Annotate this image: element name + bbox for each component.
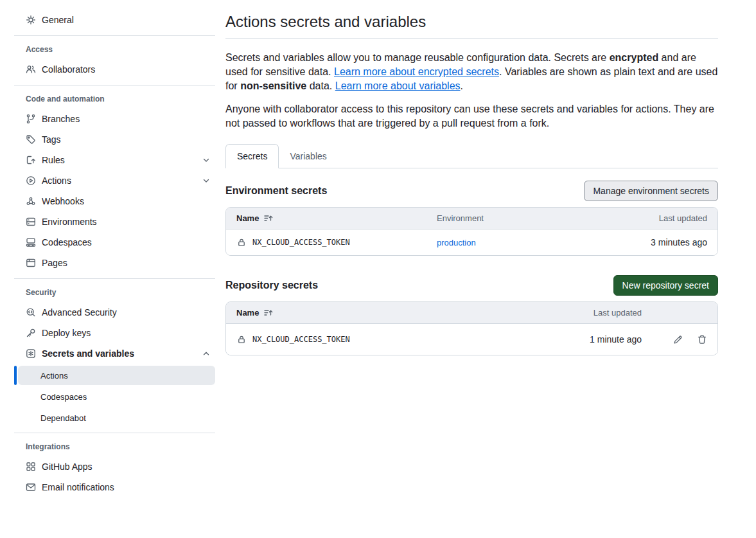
- chevron-up-icon: [201, 348, 211, 359]
- repository-secrets-table-header: Name Last updated: [226, 302, 717, 324]
- sort-ascending-icon: [263, 308, 274, 318]
- asterisk-box-icon: [26, 348, 36, 359]
- repository-secrets-header: Repository secrets New repository secret: [225, 275, 718, 296]
- browser-icon: [26, 258, 36, 268]
- sidebar-subitem-dependabot[interactable]: Dependabot: [18, 408, 215, 427]
- sidebar-subitem-label: Dependabot: [40, 413, 86, 423]
- lock-icon: [236, 238, 247, 247]
- sidebar-item-label: Tags: [42, 134, 61, 145]
- sidebar-item-deploy-keys[interactable]: Deploy keys: [14, 323, 215, 343]
- column-header-name[interactable]: Name: [236, 308, 557, 318]
- sidebar-item-github-apps[interactable]: GitHub Apps: [14, 456, 215, 477]
- intro-bold-non-sensitive: non-sensitive: [240, 80, 306, 91]
- sidebar-section-security: Security: [14, 284, 215, 302]
- webhook-icon: [26, 196, 36, 206]
- last-updated-cell: 3 minutes ago: [598, 237, 707, 247]
- column-header-label: Name: [236, 213, 259, 223]
- repository-secrets-table: Name Last updated NX_CLOUD_ACCESS_TOKEN …: [225, 301, 718, 355]
- sidebar-item-webhooks[interactable]: Webhooks: [14, 191, 215, 211]
- git-branch-icon: [26, 114, 36, 124]
- sidebar-subitem-label: Codespaces: [40, 392, 87, 402]
- environment-secrets-table: Name Environment Last updated NX_CLOUD_A…: [225, 207, 718, 256]
- main-content: Actions secrets and variables Secrets an…: [225, 0, 718, 355]
- sidebar-item-rules[interactable]: Rules: [14, 150, 215, 170]
- sidebar-subitem-codespaces[interactable]: Codespaces: [18, 387, 215, 406]
- tab-secrets[interactable]: Secrets: [225, 144, 279, 168]
- mail-icon: [26, 482, 36, 492]
- manage-environment-secrets-button[interactable]: Manage environment secrets: [584, 181, 718, 201]
- sidebar-item-label: Rules: [42, 155, 65, 165]
- intro-text: .: [461, 80, 463, 91]
- key-icon: [26, 328, 36, 338]
- sidebar-subitem-actions[interactable]: Actions: [18, 366, 215, 385]
- settings-page: General Access Collaborators Code and au…: [0, 0, 756, 538]
- edit-secret-button[interactable]: [673, 334, 683, 345]
- settings-sidebar: General Access Collaborators Code and au…: [14, 0, 215, 498]
- server-icon: [26, 217, 36, 227]
- sidebar-item-label: Branches: [42, 114, 80, 124]
- repository-secret-row: NX_CLOUD_ACCESS_TOKEN 1 minute ago: [226, 324, 717, 355]
- column-header-name[interactable]: Name: [236, 213, 429, 224]
- sidebar-section-code-automation: Code and automation: [14, 91, 215, 109]
- chevron-down-icon: [201, 175, 211, 186]
- column-header-label: Name: [236, 308, 259, 318]
- secret-name: NX_CLOUD_ACCESS_TOKEN: [252, 238, 350, 247]
- link-learn-encrypted-secrets[interactable]: Learn more about encrypted secrets: [334, 66, 499, 77]
- secret-name-cell: NX_CLOUD_ACCESS_TOKEN: [236, 238, 429, 247]
- row-actions: [649, 334, 707, 345]
- secret-name: NX_CLOUD_ACCESS_TOKEN: [252, 335, 350, 344]
- tag-icon: [26, 134, 36, 145]
- sidebar-item-label: Webhooks: [42, 196, 84, 206]
- play-icon: [26, 175, 36, 186]
- sidebar-item-label: Codespaces: [42, 237, 92, 247]
- sidebar-item-label: Environments: [42, 217, 97, 227]
- intro-paragraph-2: Anyone with collaborator access to this …: [225, 102, 718, 130]
- environment-secrets-heading: Environment secrets: [225, 185, 327, 197]
- sidebar-divider: [14, 35, 215, 36]
- environment-secrets-header: Environment secrets Manage environment s…: [225, 181, 718, 201]
- sort-ascending-icon: [263, 213, 274, 224]
- codespaces-icon: [26, 237, 36, 247]
- sidebar-item-environments[interactable]: Environments: [14, 211, 215, 232]
- environment-secrets-table-header: Name Environment Last updated: [226, 208, 717, 229]
- sidebar-item-branches[interactable]: Branches: [14, 109, 215, 129]
- sidebar-item-collaborators[interactable]: Collaborators: [14, 59, 215, 80]
- intro-paragraph-1: Secrets and variables allow you to manag…: [225, 51, 718, 93]
- sidebar-section-access: Access: [14, 41, 215, 59]
- sidebar-section-integrations: Integrations: [14, 438, 215, 456]
- sidebar-item-tags[interactable]: Tags: [14, 129, 215, 150]
- sidebar-item-pages[interactable]: Pages: [14, 253, 215, 273]
- column-header-last-updated: Last updated: [565, 308, 642, 318]
- column-header-last-updated: Last updated: [598, 213, 707, 223]
- environment-link[interactable]: production: [437, 238, 590, 247]
- sidebar-item-secrets-and-variables[interactable]: Secrets and variables: [14, 343, 215, 364]
- lock-icon: [236, 335, 247, 344]
- sidebar-item-label: Email notifications: [42, 482, 114, 492]
- link-learn-variables[interactable]: Learn more about variables: [335, 80, 461, 91]
- sidebar-divider: [14, 85, 215, 85]
- code-scan-icon: [26, 307, 36, 318]
- page-title: Actions secrets and variables: [225, 13, 718, 31]
- sidebar-item-actions[interactable]: Actions: [14, 170, 215, 191]
- sidebar-item-label: Actions: [42, 175, 71, 186]
- sidebar-item-advanced-security[interactable]: Advanced Security: [14, 302, 215, 323]
- intro-text: data.: [306, 80, 335, 91]
- title-divider: [225, 38, 718, 39]
- sidebar-item-email-notifications[interactable]: Email notifications: [14, 477, 215, 498]
- sidebar-item-codespaces[interactable]: Codespaces: [14, 232, 215, 253]
- environment-secret-row: NX_CLOUD_ACCESS_TOKEN production 3 minut…: [226, 229, 717, 255]
- people-icon: [26, 64, 36, 75]
- sidebar-item-label: Advanced Security: [42, 307, 117, 318]
- delete-secret-button[interactable]: [697, 334, 707, 345]
- tab-variables[interactable]: Variables: [279, 144, 337, 168]
- sidebar-item-general[interactable]: General: [14, 10, 215, 30]
- pencil-icon: [673, 334, 683, 345]
- gear-icon: [26, 15, 36, 25]
- new-repository-secret-button[interactable]: New repository secret: [613, 275, 718, 296]
- sidebar-item-label: Collaborators: [42, 64, 95, 75]
- sidebar-item-label: Pages: [42, 258, 67, 268]
- sidebar-divider: [14, 278, 215, 279]
- sidebar-item-label: General: [42, 15, 74, 25]
- chevron-down-icon: [201, 155, 211, 165]
- secrets-variables-tabbar: Secrets Variables: [225, 144, 718, 168]
